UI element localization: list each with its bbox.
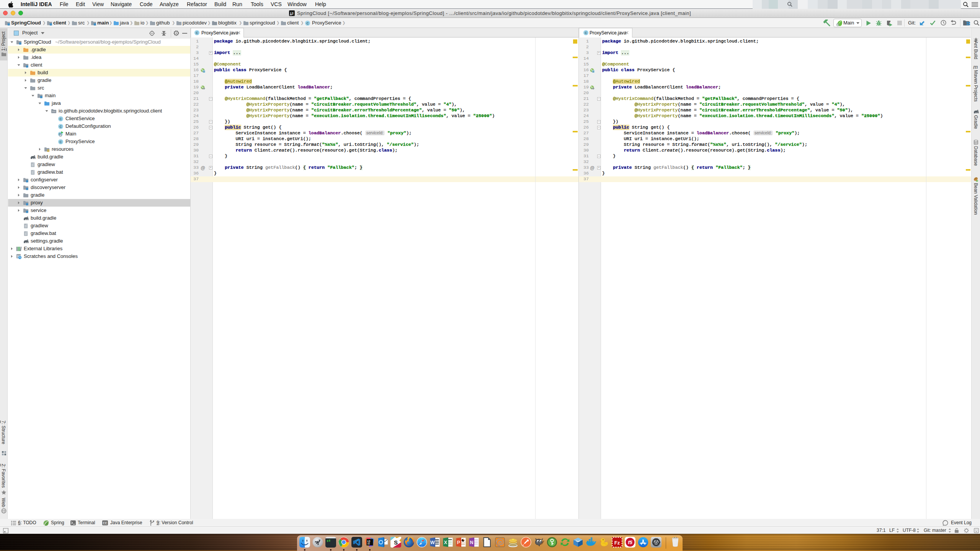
svg-text:c: c	[203, 70, 204, 73]
svg-text:S: S	[394, 539, 398, 546]
svg-text:f5: f5	[628, 540, 632, 545]
svg-text:EE: EE	[103, 521, 108, 525]
svg-text:N: N	[470, 540, 473, 545]
svg-text:Fz: Fz	[614, 540, 620, 546]
svg-text:P: P	[457, 540, 460, 545]
svg-text:$: $	[327, 540, 328, 543]
svg-text:c: c	[593, 70, 594, 73]
svg-text:W: W	[430, 540, 435, 545]
svg-text:IJ: IJ	[368, 540, 370, 543]
svg-text:X: X	[444, 540, 448, 545]
